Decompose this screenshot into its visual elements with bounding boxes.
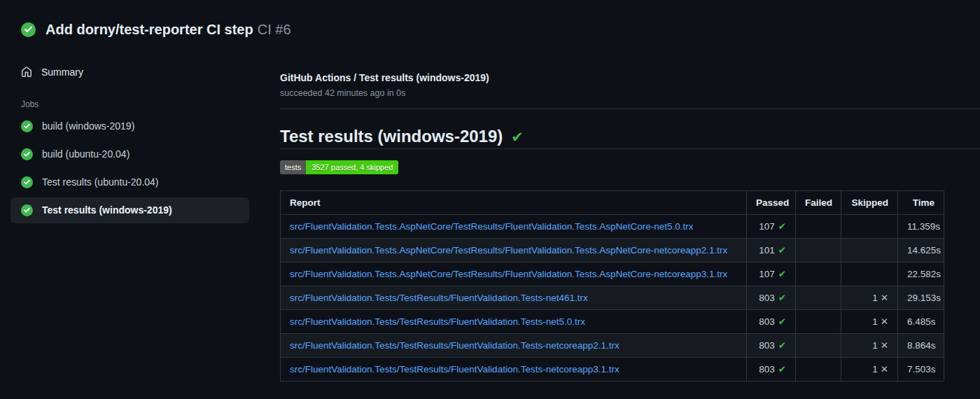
report-heading-text: Test results (windows-2019) [280,127,503,146]
skipped-x-icon: ✕ [881,316,888,327]
job-label: build (windows-2019) [42,120,134,132]
time-cell: 7.503s [898,358,944,382]
workflow-run-title: Add dorny/test-reporter CI step [46,22,253,37]
passed-cell: 803✔ [747,334,796,358]
skipped-cell: 1✕ [841,310,898,334]
time-cell: 22.582s [898,262,944,286]
table-row: src/FluentValidation.Tests.AspNetCore/Te… [281,239,944,262]
report-cell: src/FluentValidation.Tests/TestResults/F… [281,358,747,382]
skipped-cell [841,262,898,286]
column-header-report: Report [281,191,747,215]
passed-cell: 803✔ [747,310,796,334]
job-label: Test results (ubuntu-20.04) [42,176,159,188]
skipped-cell [841,239,898,262]
passed-cell: 107✔ [747,262,796,286]
job-label: Test results (windows-2019) [42,204,172,216]
sidebar-item-summary[interactable]: Summary [10,60,249,84]
run-header: Add dorny/test-reporter CI stepCI #6 [21,21,291,38]
report-link[interactable]: src/FluentValidation.Tests.AspNetCore/Te… [290,269,727,279]
time-cell: 6.485s [898,310,944,334]
failed-cell [796,239,841,262]
passed-check-icon: ✔ [778,363,786,374]
failed-cell [796,358,841,382]
skipped-cell: 1✕ [841,286,898,310]
skipped-x-icon: ✕ [881,363,888,374]
page-title: Add dorny/test-reporter CI stepCI #6 [46,21,291,38]
passed-check-icon: ✔ [778,292,786,303]
report-cell: src/FluentValidation.Tests.AspNetCore/Te… [281,215,747,239]
table-row: src/FluentValidation.Tests/TestResults/F… [281,358,944,382]
sidebar: Summary Jobs build (windows-2019)build (… [10,60,249,223]
time-cell: 11.359s [898,215,944,239]
skipped-x-icon: ✕ [881,292,888,303]
time-cell: 8.864s [898,334,944,358]
report-cell: src/FluentValidation.Tests/TestResults/F… [281,286,747,310]
home-icon [21,66,32,78]
success-check-circle-icon [21,148,33,160]
failed-cell [796,286,841,310]
column-header-time: Time [898,191,944,215]
report-link[interactable]: src/FluentValidation.Tests.AspNetCore/Te… [290,245,727,255]
success-check-circle-icon [21,176,33,188]
passed-cell: 107✔ [747,215,796,239]
skipped-x-icon: ✕ [881,340,888,351]
skipped-cell: 1✕ [841,334,898,358]
time-cell: 29.153s [898,286,944,310]
table-row: src/FluentValidation.Tests/TestResults/F… [281,334,944,358]
success-check-circle-icon [21,120,33,132]
job-label: build (ubuntu-20.04) [42,148,130,160]
jobs-section-label: Jobs [21,99,249,109]
failed-cell [796,262,841,286]
passed-cell: 803✔ [747,286,796,310]
report-link[interactable]: src/FluentValidation.Tests.AspNetCore/Te… [290,221,694,232]
sidebar-job-item[interactable]: Test results (ubuntu-20.04) [10,169,249,195]
sidebar-job-item[interactable]: build (ubuntu-20.04) [10,141,249,167]
report-link[interactable]: src/FluentValidation.Tests/TestResults/F… [290,364,620,374]
sidebar-job-item[interactable]: Test results (windows-2019) [10,197,249,223]
report-link[interactable]: src/FluentValidation.Tests/TestResults/F… [290,340,620,351]
passed-check-icon: ✔ [778,316,786,327]
badge-value: 3527 passed, 4 skipped [306,160,398,174]
test-results-table: ReportPassedFailedSkippedTime src/Fluent… [280,190,944,382]
report-link[interactable]: src/FluentValidation.Tests/TestResults/F… [290,316,585,327]
table-row: src/FluentValidation.Tests.AspNetCore/Te… [281,262,944,286]
table-row: src/FluentValidation.Tests.AspNetCore/Te… [281,215,944,239]
jobs-list: build (windows-2019)build (ubuntu-20.04)… [10,113,249,223]
report-cell: src/FluentValidation.Tests/TestResults/F… [281,334,747,358]
run-status-text: succeeded 42 minutes ago in 0s [280,88,405,98]
sidebar-job-item[interactable]: build (windows-2019) [10,113,249,139]
heading-check-icon: ✔ [511,129,524,146]
badge-label: tests [280,160,306,174]
column-header-skipped: Skipped [841,191,898,215]
sidebar-summary-label: Summary [41,66,83,78]
passed-check-icon: ✔ [778,244,786,255]
report-cell: src/FluentValidation.Tests.AspNetCore/Te… [281,239,747,262]
passed-check-icon: ✔ [778,268,786,279]
skipped-cell: 1✕ [841,358,898,382]
table-header-row: ReportPassedFailedSkippedTime [281,191,944,215]
table-row: src/FluentValidation.Tests/TestResults/F… [281,310,944,334]
breadcrumb: GitHub Actions / Test results (windows-2… [280,72,489,83]
passed-check-icon: ✔ [778,340,786,351]
report-cell: src/FluentValidation.Tests.AspNetCore/Te… [281,262,747,286]
divider [280,108,980,109]
failed-cell [796,334,841,358]
report-heading: Test results (windows-2019)✔ [280,127,524,147]
passed-check-icon: ✔ [778,220,786,232]
passed-cell: 101✔ [747,239,796,262]
time-cell: 14.625s [898,239,944,262]
column-header-passed: Passed [747,191,796,215]
report-cell: src/FluentValidation.Tests/TestResults/F… [281,310,747,334]
divider [280,148,980,149]
passed-cell: 803✔ [747,358,796,382]
success-check-circle-icon [21,22,36,37]
tests-status-badge: tests 3527 passed, 4 skipped [280,160,398,174]
failed-cell [796,215,841,239]
table-row: src/FluentValidation.Tests/TestResults/F… [281,286,944,310]
failed-cell [796,310,841,334]
column-header-failed: Failed [796,191,841,215]
skipped-cell [841,215,898,239]
success-check-circle-icon [21,204,33,216]
run-number: CI #6 [258,22,291,37]
report-link[interactable]: src/FluentValidation.Tests/TestResults/F… [290,293,588,303]
